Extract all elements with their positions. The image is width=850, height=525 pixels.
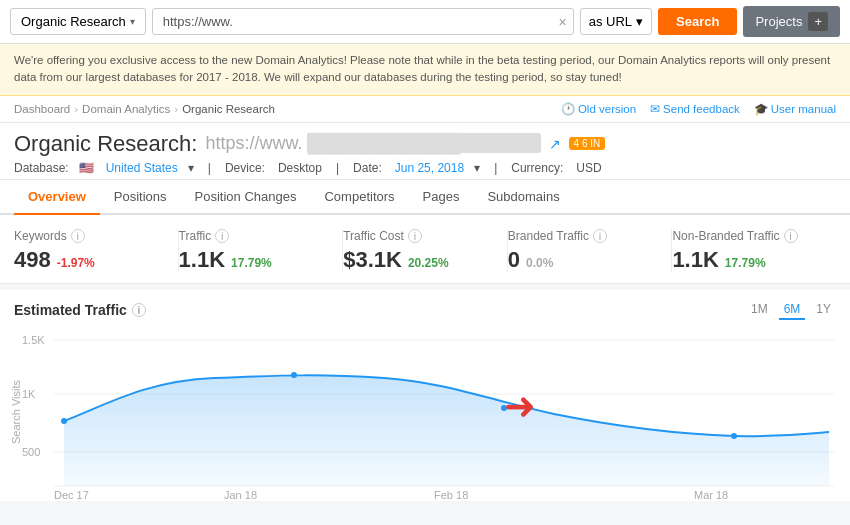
branded-traffic-label: Branded Traffic xyxy=(508,229,589,243)
y-axis-label: Search Visits xyxy=(10,380,22,444)
keywords-change: -1.97% xyxy=(57,256,95,270)
as-url-label: as URL xyxy=(589,14,632,29)
tool-dropdown[interactable]: Organic Research ▾ xyxy=(10,8,146,35)
traffic-cost-value: $3.1K xyxy=(343,247,402,273)
url-input[interactable] xyxy=(159,9,559,34)
breadcrumb-item-domain-analytics[interactable]: Domain Analytics xyxy=(82,103,170,115)
date-label: Date: xyxy=(353,161,382,175)
chart-ctrl-1y[interactable]: 1Y xyxy=(811,300,836,320)
chevron-db[interactable]: ▾ xyxy=(188,161,194,175)
currency-label: Currency: xyxy=(511,161,563,175)
database-value[interactable]: United States xyxy=(106,161,178,175)
database-label: Database: xyxy=(14,161,69,175)
svg-text:Mar 18: Mar 18 xyxy=(694,489,728,501)
projects-button[interactable]: Projects + xyxy=(743,6,840,37)
tab-positions[interactable]: Positions xyxy=(100,180,181,215)
keywords-info-icon[interactable]: i xyxy=(71,229,85,243)
book-icon: 🎓 xyxy=(754,102,768,116)
chart-ctrl-1m[interactable]: 1M xyxy=(746,300,773,320)
svg-point-9 xyxy=(501,405,507,411)
chart-info-icon[interactable]: i xyxy=(132,303,146,317)
date-value[interactable]: Jun 25, 2018 xyxy=(395,161,464,175)
chevron-date[interactable]: ▾ xyxy=(474,161,480,175)
keywords-value: 498 xyxy=(14,247,51,273)
as-url-dropdown[interactable]: as URL ▾ xyxy=(580,8,652,35)
chevron-down-icon: ▾ xyxy=(636,14,643,29)
domain-url: https://www. ████████████ drug.com xyxy=(205,133,540,154)
traffic-cost-label: Traffic Cost xyxy=(343,229,404,243)
branded-traffic-change: 0.0% xyxy=(526,256,553,270)
tab-position-changes[interactable]: Position Changes xyxy=(181,180,311,215)
old-version-label: Old version xyxy=(578,103,636,115)
projects-label: Projects xyxy=(755,14,802,29)
user-manual-label: User manual xyxy=(771,103,836,115)
clear-icon[interactable]: × xyxy=(559,14,567,30)
info-banner: We're offering you exclusive access to t… xyxy=(0,44,850,96)
traffic-cost-change: 20.25% xyxy=(408,256,449,270)
flag-icon: 🇺🇸 xyxy=(79,161,94,175)
tabs-bar: Overview Positions Position Changes Comp… xyxy=(0,180,850,215)
old-version-link[interactable]: 🕐 Old version xyxy=(561,102,636,116)
page-header: Organic Research: https://www. █████████… xyxy=(0,123,850,180)
user-manual-link[interactable]: 🎓 User manual xyxy=(754,102,836,116)
estimated-traffic-chart: 1.5K 1K 500 Dec 17 xyxy=(14,326,836,501)
non-branded-info-icon[interactable]: i xyxy=(784,229,798,243)
breadcrumb: Dashboard › Domain Analytics › Organic R… xyxy=(14,103,275,115)
badge: 4 6 IN xyxy=(569,137,606,150)
page-title: Organic Research: https://www. █████████… xyxy=(14,131,836,157)
tab-competitors[interactable]: Competitors xyxy=(310,180,408,215)
chart-header: Estimated Traffic i 1M 6M 1Y xyxy=(14,300,836,320)
metric-traffic: Traffic i 1.1K 17.79% xyxy=(179,229,344,273)
search-button[interactable]: Search xyxy=(658,8,737,35)
add-project-icon[interactable]: + xyxy=(808,12,828,31)
tab-pages[interactable]: Pages xyxy=(409,180,474,215)
metrics-row: Keywords i 498 -1.97% Traffic i 1.1K 17.… xyxy=(0,215,850,284)
currency-value: USD xyxy=(576,161,601,175)
svg-text:500: 500 xyxy=(22,446,40,458)
chevron-down-icon: ▾ xyxy=(130,16,135,27)
metric-traffic-cost: Traffic Cost i $3.1K 20.25% xyxy=(343,229,508,273)
chart-title: Estimated Traffic i xyxy=(14,302,146,318)
traffic-cost-info-icon[interactable]: i xyxy=(408,229,422,243)
branded-traffic-value: 0 xyxy=(508,247,520,273)
non-branded-value: 1.1K xyxy=(672,247,718,273)
tool-dropdown-label: Organic Research xyxy=(21,14,126,29)
svg-text:1K: 1K xyxy=(22,388,36,400)
chart-wrap: 1.5K 1K 500 Dec 17 xyxy=(14,326,836,501)
metric-keywords: Keywords i 498 -1.97% xyxy=(14,229,179,273)
chart-section: Estimated Traffic i 1M 6M 1Y 1.5K 1K 500 xyxy=(0,290,850,501)
branded-traffic-info-icon[interactable]: i xyxy=(593,229,607,243)
traffic-value: 1.1K xyxy=(179,247,225,273)
external-link-icon[interactable]: ↗ xyxy=(549,136,561,152)
traffic-info-icon[interactable]: i xyxy=(215,229,229,243)
non-branded-label: Non-Branded Traffic xyxy=(672,229,779,243)
chart-ctrl-6m[interactable]: 6M xyxy=(779,300,806,320)
keywords-label: Keywords xyxy=(14,229,67,243)
breadcrumb-sep2: › xyxy=(174,103,178,115)
svg-point-7 xyxy=(61,418,67,424)
tab-overview[interactable]: Overview xyxy=(14,180,100,215)
send-feedback-label: Send feedback xyxy=(663,103,740,115)
breadcrumb-item-dashboard[interactable]: Dashboard xyxy=(14,103,70,115)
non-branded-change: 17.79% xyxy=(725,256,766,270)
svg-point-10 xyxy=(731,433,737,439)
device-label: Device: xyxy=(225,161,265,175)
traffic-change: 17.79% xyxy=(231,256,272,270)
svg-text:Dec 17: Dec 17 xyxy=(54,489,89,501)
breadcrumb-item-organic-research: Organic Research xyxy=(182,103,275,115)
device-value: Desktop xyxy=(278,161,322,175)
svg-text:Jan 18: Jan 18 xyxy=(224,489,257,501)
metric-branded-traffic: Branded Traffic i 0 0.0% xyxy=(508,229,673,273)
breadcrumb-sep: › xyxy=(74,103,78,115)
send-feedback-link[interactable]: ✉ Send feedback xyxy=(650,102,740,116)
metric-non-branded: Non-Branded Traffic i 1.1K 17.79% xyxy=(672,229,836,273)
history-icon: 🕐 xyxy=(561,102,575,116)
traffic-label: Traffic xyxy=(179,229,212,243)
tab-subdomains[interactable]: Subdomains xyxy=(473,180,573,215)
svg-point-8 xyxy=(291,372,297,378)
breadcrumb-actions: 🕐 Old version ✉ Send feedback 🎓 User man… xyxy=(561,102,836,116)
svg-text:Feb 18: Feb 18 xyxy=(434,489,468,501)
banner-text: We're offering you exclusive access to t… xyxy=(14,54,830,83)
chart-title-text: Estimated Traffic xyxy=(14,302,127,318)
page-title-text: Organic Research: xyxy=(14,131,197,157)
